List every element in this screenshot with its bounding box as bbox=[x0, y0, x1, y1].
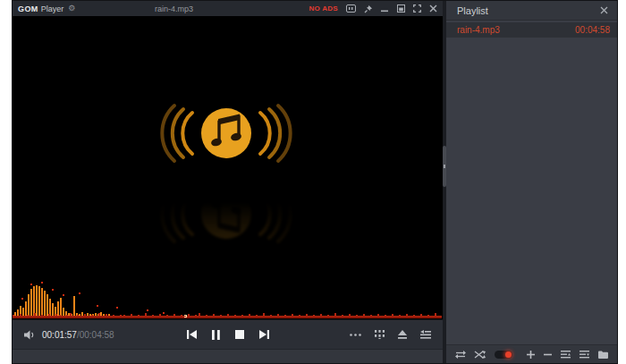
more-icon[interactable] bbox=[350, 334, 361, 336]
playlist-toolbar bbox=[446, 344, 617, 363]
viz-bar bbox=[60, 298, 62, 316]
gom-player-window: GOM Player ⚙ rain-4.mp3 NO ADS bbox=[12, 0, 618, 364]
viz-bar bbox=[30, 289, 32, 316]
viz-bar bbox=[63, 308, 64, 316]
pause-button[interactable] bbox=[212, 330, 220, 340]
viz-bar bbox=[28, 294, 30, 316]
control-bar: 00:01:57/00:04:58 bbox=[13, 319, 443, 349]
audio-visualizer bbox=[13, 280, 442, 319]
viz-bar bbox=[73, 296, 75, 316]
stop-button[interactable] bbox=[235, 330, 244, 339]
fullscreen-icon[interactable] bbox=[413, 4, 421, 13]
playlist-item-name: rain-4.mp3 bbox=[457, 25, 500, 35]
folder-icon[interactable] bbox=[598, 351, 608, 359]
repeat-toggle[interactable] bbox=[495, 351, 512, 359]
player-area: GOM Player ⚙ rain-4.mp3 NO ADS bbox=[13, 1, 443, 363]
app-logo: GOM Player ⚙ bbox=[18, 4, 75, 13]
playlist-header: Playlist bbox=[446, 1, 617, 21]
no-ads-button[interactable]: NO ADS bbox=[309, 4, 338, 13]
music-emblem bbox=[146, 93, 307, 174]
viz-bar bbox=[25, 301, 27, 316]
music-emblem-reflection bbox=[146, 174, 307, 254]
playlist-close-icon[interactable] bbox=[600, 6, 608, 14]
playlist-empty-space[interactable] bbox=[446, 38, 617, 344]
logo-gom: GOM bbox=[18, 4, 38, 13]
viz-bar bbox=[36, 285, 38, 316]
viz-bar bbox=[41, 288, 43, 316]
close-icon[interactable] bbox=[429, 4, 437, 13]
list-up-icon[interactable] bbox=[561, 351, 571, 359]
viz-bar bbox=[57, 301, 59, 316]
next-button[interactable] bbox=[259, 330, 269, 339]
viz-bar bbox=[22, 308, 24, 316]
playlist-title: Playlist bbox=[457, 5, 488, 16]
pin-icon[interactable] bbox=[364, 4, 373, 13]
repeat-icon[interactable] bbox=[455, 351, 466, 359]
total-time: 00:04:58 bbox=[80, 330, 114, 340]
shuffle-icon[interactable] bbox=[475, 351, 486, 359]
restore-icon[interactable] bbox=[397, 4, 405, 13]
viz-bar bbox=[44, 291, 46, 316]
time-display: 00:01:57/00:04:58 bbox=[42, 330, 114, 340]
titlebar[interactable]: GOM Player ⚙ rain-4.mp3 NO ADS bbox=[13, 1, 443, 16]
bottom-strip bbox=[13, 349, 443, 363]
playlist-panel: Playlist rain-4.mp3 00:04:58 bbox=[446, 1, 617, 363]
list-down-icon[interactable] bbox=[579, 351, 589, 359]
minimize-icon[interactable] bbox=[381, 4, 389, 13]
previous-button[interactable] bbox=[187, 330, 197, 339]
viz-bar bbox=[47, 294, 48, 316]
viz-bar bbox=[38, 286, 40, 316]
grid-icon[interactable] bbox=[375, 330, 385, 339]
playlist-toggle-icon[interactable] bbox=[420, 330, 431, 339]
add-icon[interactable] bbox=[527, 351, 535, 359]
video-area[interactable] bbox=[13, 16, 443, 319]
banner-icon[interactable] bbox=[346, 4, 356, 13]
playlist-row[interactable]: rain-4.mp3 00:04:58 bbox=[446, 22, 617, 38]
gear-icon[interactable]: ⚙ bbox=[68, 4, 75, 13]
viz-bar bbox=[52, 303, 54, 316]
playlist-item-duration: 00:04:58 bbox=[575, 25, 610, 35]
logo-player: Player bbox=[41, 4, 64, 13]
remove-icon[interactable] bbox=[544, 351, 552, 359]
viz-bar bbox=[17, 309, 19, 316]
viz-bar bbox=[33, 286, 35, 316]
volume-icon[interactable] bbox=[24, 330, 36, 340]
current-time: 00:01:57 bbox=[42, 330, 77, 340]
panel-divider[interactable] bbox=[443, 1, 446, 363]
eject-icon[interactable] bbox=[398, 330, 407, 339]
